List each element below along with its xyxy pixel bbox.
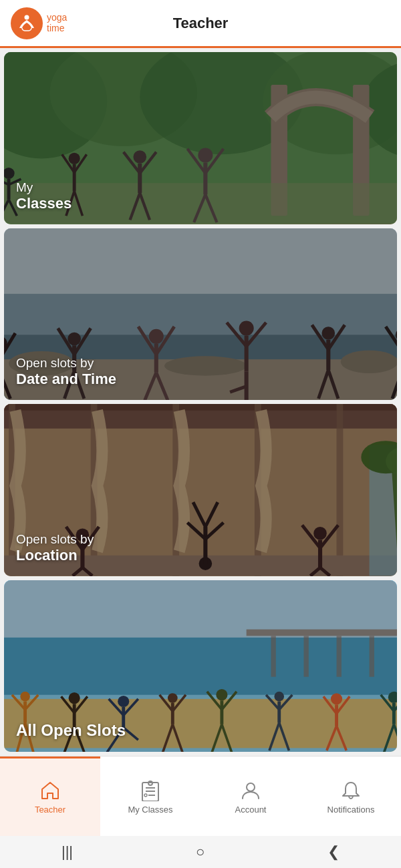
nav-item-teacher[interactable]: Teacher [0,756,100,836]
logo-text: yogatime [47,13,67,33]
classes-icon [140,780,161,801]
logo-area: yogatime [11,7,67,39]
nav-item-notifications[interactable]: Notifications [301,756,401,836]
nav-label-teacher: Teacher [35,805,65,815]
all-open-slots-card[interactable]: All Open Slots [4,580,397,752]
nav-label-notifications: Notifications [327,805,375,815]
system-nav-bar: ||| ○ ❮ [0,836,401,868]
my-classes-card[interactable]: My Classes [4,52,397,224]
open-slots-date-card[interactable]: Open slots by Date and Time [4,228,397,401]
card-label-2: Open slots by Date and Time [16,356,116,388]
yoga-logo-svg [17,13,37,33]
card-label-4: All Open Slots [16,721,126,740]
card-label-3: Open slots by Location [16,532,94,564]
page-title: Teacher [173,15,229,32]
nav-item-account[interactable]: Account [200,756,301,836]
back-button[interactable]: ❮ [327,843,340,861]
card-label-1: My Classes [16,180,72,212]
logo-icon [11,7,43,39]
nav-label-account: Account [235,805,267,815]
svg-point-0 [25,15,29,19]
bell-icon [340,780,362,801]
account-icon [240,780,261,801]
main-content: My Classes [0,48,401,756]
svg-point-179 [247,783,255,791]
nav-item-my-classes[interactable]: My Classes [100,756,200,836]
recents-button[interactable]: ||| [61,843,73,861]
open-slots-location-card[interactable]: Open slots by Location [4,404,397,576]
home-button[interactable]: ○ [196,843,205,861]
bottom-nav: Teacher My Classes Account Notifications [0,756,401,836]
nav-label-my-classes: My Classes [128,805,172,815]
home-icon [39,780,61,801]
app-header: yogatime Teacher [0,0,401,48]
svg-point-176 [144,794,147,797]
